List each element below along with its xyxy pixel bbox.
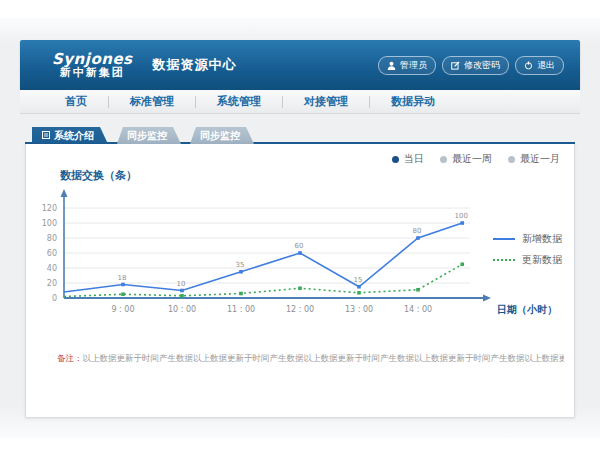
- brand-logo-cn: 新中新集团: [52, 67, 133, 79]
- svg-text:14 : 00: 14 : 00: [404, 305, 432, 314]
- legend-line-dotted: [493, 259, 515, 261]
- header-actions: 管理员 修改密码 退出: [378, 56, 564, 75]
- svg-text:12 : 00: 12 : 00: [286, 305, 314, 314]
- nav-item-standard-mgmt[interactable]: 标准管理: [109, 96, 196, 108]
- radio-last-week[interactable]: 最近一周: [440, 152, 492, 166]
- radio-dot: [508, 156, 515, 163]
- brand-logo-en: Synjones: [52, 51, 133, 68]
- nav-item-home[interactable]: 首页: [44, 96, 109, 108]
- svg-text:60: 60: [295, 242, 304, 250]
- nav-item-interface-mgmt[interactable]: 对接管理: [283, 96, 370, 108]
- tab-bar: 系统介绍 同步监控 同步监控: [25, 127, 575, 144]
- nav-item-system-mgmt[interactable]: 系统管理: [196, 96, 283, 108]
- user-icon: [387, 61, 396, 70]
- footnote: 备注：以上数据更新于时间产生数据以上数据更新于时间产生数据以上数据更新于时间产生…: [57, 353, 564, 365]
- tab-label: 同步监控: [200, 129, 240, 143]
- tab-sync-monitor-1[interactable]: 同步监控: [117, 127, 181, 144]
- svg-text:10: 10: [177, 280, 186, 288]
- svg-text:100: 100: [42, 219, 57, 228]
- svg-text:100: 100: [455, 212, 468, 220]
- svg-text:9 : 00: 9 : 00: [111, 305, 134, 314]
- footnote-prefix: 备注：: [57, 353, 83, 363]
- legend-line-solid: [493, 238, 515, 240]
- svg-text:35: 35: [236, 261, 245, 269]
- date-range-filter: 当日 最近一周 最近一月: [392, 152, 560, 166]
- radio-today[interactable]: 当日: [392, 152, 424, 166]
- svg-text:15: 15: [354, 276, 363, 284]
- svg-text:11 : 00: 11 : 00: [227, 305, 255, 314]
- tab-system-intro[interactable]: 系统介绍: [32, 127, 108, 144]
- radio-label: 当日: [404, 152, 424, 166]
- app-window: Synjones 新中新集团 数据资源中心 管理员 修改密码 退出: [20, 40, 580, 418]
- svg-text:日期（小时）: 日期（小时）: [497, 304, 557, 315]
- app-header: Synjones 新中新集团 数据资源中心 管理员 修改密码 退出: [20, 40, 580, 90]
- chart-legend: 新增数据 更新数据: [493, 232, 562, 267]
- legend-item-update-data: 更新数据: [493, 253, 562, 267]
- svg-text:13 : 00: 13 : 00: [345, 305, 373, 314]
- brand-logo: Synjones 新中新集团: [52, 51, 133, 80]
- y-axis-title: 数据交换（条）: [60, 168, 137, 183]
- legend-label: 更新数据: [522, 253, 562, 267]
- logout-label: 退出: [537, 59, 555, 72]
- radio-dot: [440, 156, 447, 163]
- change-password-label: 修改密码: [464, 59, 500, 72]
- nav-item-data-change[interactable]: 数据异动: [370, 96, 456, 108]
- edit-icon: [451, 61, 460, 70]
- user-button[interactable]: 管理员: [378, 56, 436, 75]
- svg-text:60: 60: [47, 249, 57, 258]
- radio-last-month[interactable]: 最近一月: [508, 152, 560, 166]
- svg-text:10 : 00: 10 : 00: [168, 305, 196, 314]
- footnote-text: 以上数据更新于时间产生数据以上数据更新于时间产生数据以上数据更新于时间产生数据以…: [83, 353, 565, 363]
- logout-button[interactable]: 退出: [515, 56, 564, 75]
- svg-text:20: 20: [47, 279, 57, 288]
- svg-text:80: 80: [413, 227, 422, 235]
- user-label: 管理员: [400, 59, 427, 72]
- radio-label: 最近一月: [520, 152, 560, 166]
- tab-label: 同步监控: [127, 129, 167, 143]
- legend-label: 新增数据: [522, 232, 562, 246]
- svg-text:18: 18: [118, 274, 127, 282]
- app-title: 数据资源中心: [153, 56, 237, 74]
- content-panel: 系统介绍 同步监控 同步监控 当日 最近一周: [25, 127, 575, 418]
- tab-sync-monitor-2[interactable]: 同步监控: [190, 127, 254, 144]
- svg-text:40: 40: [47, 264, 57, 273]
- radio-dot-selected: [392, 156, 399, 163]
- change-password-button[interactable]: 修改密码: [442, 56, 509, 75]
- document-icon: [42, 130, 50, 141]
- panel-body: 当日 最近一周 最近一月 数据交换（条） 0204060801001209 : …: [25, 144, 575, 418]
- svg-text:0: 0: [52, 294, 57, 303]
- legend-item-new-data: 新增数据: [493, 232, 562, 246]
- svg-text:120: 120: [42, 204, 57, 213]
- main-nav: 首页 标准管理 系统管理 对接管理 数据异动: [20, 90, 580, 114]
- tab-label: 系统介绍: [54, 129, 94, 143]
- svg-text:80: 80: [47, 234, 57, 243]
- radio-label: 最近一周: [452, 152, 492, 166]
- power-icon: [524, 61, 533, 70]
